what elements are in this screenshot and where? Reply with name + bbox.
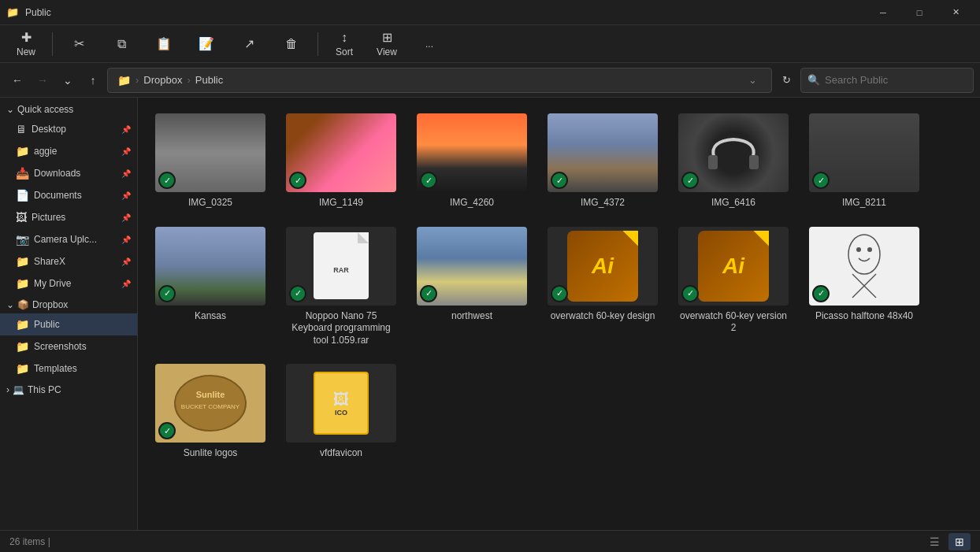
pin-aggie-icon: 📌 [121, 147, 131, 156]
maximize-button[interactable]: □ [901, 0, 937, 25]
forward-button[interactable]: → [32, 69, 54, 91]
file-name: Noppoo Nano 75 Keyboard programming tool… [286, 310, 396, 347]
address-crumb-public[interactable]: Public [195, 74, 223, 86]
file-thumbnail: RAR ✓ [286, 227, 396, 306]
file-thumbnail: ✓ [809, 113, 919, 192]
up-button[interactable]: ↑ [82, 69, 104, 91]
sidebar-screenshots-label: Screenshots [34, 341, 87, 352]
file-thumbnail: ✓ [286, 113, 396, 192]
grid-view-button[interactable]: ⊞ [948, 533, 971, 550]
sidebar-item-public[interactable]: 📁 Public [0, 313, 137, 335]
file-thumbnail: ✓ [417, 227, 527, 306]
separator-1 [52, 32, 53, 56]
sidebar-item-documents[interactable]: 📄 Documents 📌 [0, 184, 137, 206]
pictures-icon: 🖼 [16, 211, 27, 224]
sidebar-item-sharex[interactable]: 📁 ShareX 📌 [0, 250, 137, 272]
list-item[interactable]: Sunlite BUCKET COMPANY ✓ Sunlite logos [147, 358, 273, 466]
more-button[interactable]: ... [410, 28, 449, 60]
sidebar-aggie-label: aggie [34, 146, 57, 157]
window-title: Public [25, 7, 865, 18]
check-badge: ✓ [289, 172, 306, 189]
sidebar-item-aggie[interactable]: 📁 aggie 📌 [0, 140, 137, 162]
dropbox-label: Dropbox [32, 299, 68, 310]
svg-rect-1 [749, 155, 759, 169]
public-icon: 📁 [16, 318, 29, 331]
list-item[interactable]: ✓ IMG_6416 [670, 107, 796, 216]
address-input[interactable]: 📁 › Dropbox › Public ⌄ [107, 68, 772, 93]
address-sep-2: › [187, 74, 190, 86]
address-dropdown-chevron[interactable]: ⌄ [744, 74, 762, 86]
sidebar-documents-label: Documents [34, 190, 82, 201]
sidebar-item-camera[interactable]: 📷 Camera Uplc... 📌 [0, 228, 137, 250]
sunlite-graphic: Sunlite BUCKET COMPANY [163, 368, 258, 439]
window-controls: ─ □ ✕ [865, 0, 974, 25]
file-thumbnail: ✓ [417, 113, 527, 192]
sidebar-item-mydrive[interactable]: 📁 My Drive 📌 [0, 272, 137, 295]
ico-file-icon: 🖼 ICO [314, 372, 369, 435]
copy-button[interactable]: ⧉ [102, 28, 141, 60]
list-item[interactable]: ✓ IMG_8211 [801, 107, 927, 216]
file-name: Kansas [195, 310, 226, 323]
view-button[interactable]: ⊞ View [367, 28, 406, 60]
pin-desktop-icon: 📌 [121, 125, 131, 134]
check-badge: ✓ [551, 285, 568, 302]
address-crumb-dropbox[interactable]: Dropbox [143, 74, 182, 86]
svg-rect-2 [829, 231, 900, 302]
content-area: ✓ IMG_0325 ✓ IMG_1149 ✓ IMG_4260 [138, 98, 980, 530]
sidebar-item-desktop[interactable]: 🖥 Desktop 📌 [0, 118, 137, 140]
address-sep-1: › [135, 74, 139, 86]
list-view-button[interactable]: ☰ [923, 533, 945, 550]
dropbox-header[interactable]: ⌄ 📦 Dropbox [0, 296, 137, 313]
sidebar-item-templates[interactable]: 📁 Templates [0, 358, 137, 380]
list-item[interactable]: ✓ IMG_0325 [147, 107, 273, 216]
paste-button[interactable]: 📋 [144, 28, 184, 60]
copy-icon: ⧉ [117, 37, 126, 51]
toolbar: ✚ New ✂ ⧉ 📋 📝 ↗ 🗑 ↕ Sort ⊞ View ... [0, 25, 980, 63]
list-item[interactable]: 🖼 ICO vfdfavicon [278, 358, 404, 466]
share-icon: ↗ [244, 36, 254, 51]
this-pc-header[interactable]: › 💻 This PC [0, 381, 137, 398]
share-button[interactable]: ↗ [229, 28, 269, 60]
file-thumbnail: Ai ✓ [548, 227, 658, 306]
new-button[interactable]: ✚ New [6, 28, 46, 60]
file-name: IMG_1149 [319, 197, 363, 209]
refresh-button[interactable]: ↻ [775, 69, 797, 91]
minimize-button[interactable]: ─ [865, 0, 901, 25]
check-badge: ✓ [812, 172, 830, 189]
this-pc-chevron: › [6, 384, 9, 395]
back-button[interactable]: ← [6, 69, 28, 91]
list-item[interactable]: ✓ Kansas [147, 220, 273, 354]
list-item[interactable]: ✓ IMG_1149 [278, 107, 404, 216]
file-name: northwest [451, 310, 492, 323]
close-button[interactable]: ✕ [937, 0, 974, 25]
sidebar-item-pictures[interactable]: 🖼 Pictures 📌 [0, 206, 137, 228]
cut-button[interactable]: ✂ [59, 28, 98, 60]
file-name: vfdfavicon [320, 447, 362, 460]
paste-icon: 📋 [156, 36, 172, 51]
status-text: 26 items | [9, 536, 50, 547]
ai-file-icon: Ai [567, 231, 638, 302]
list-item[interactable]: Ai ✓ overwatch 60-key version 2 [670, 220, 796, 354]
this-pc-icon: 💻 [13, 384, 24, 395]
list-item[interactable]: ✓ IMG_4260 [409, 107, 535, 216]
sort-button[interactable]: ↕ Sort [325, 28, 364, 60]
delete-button[interactable]: 🗑 [272, 28, 311, 60]
list-item[interactable]: ✓ Picasso halftone 48x40 [801, 220, 927, 354]
aggie-icon: 📁 [16, 145, 29, 157]
list-item[interactable]: ✓ IMG_4372 [540, 107, 666, 216]
list-item[interactable]: Ai ✓ overwatch 60-key design [540, 220, 666, 354]
list-item[interactable]: ✓ northwest [409, 220, 535, 354]
main-layout: ⌄ Quick access 🖥 Desktop 📌 📁 aggie 📌 📥 D… [0, 98, 980, 530]
pin-downloads-icon: 📌 [121, 169, 131, 178]
sidebar-item-screenshots[interactable]: 📁 Screenshots [0, 335, 137, 358]
list-item[interactable]: RAR ✓ Noppoo Nano 75 Keyboard programmin… [278, 220, 404, 354]
quick-access-header[interactable]: ⌄ Quick access [0, 101, 137, 118]
search-box[interactable]: 🔍 [800, 68, 974, 93]
search-input[interactable] [825, 74, 967, 86]
rename-button[interactable]: 📝 [187, 28, 226, 60]
item-count: 26 items [9, 536, 45, 547]
sidebar-item-downloads[interactable]: 📥 Downloads 📌 [0, 162, 137, 184]
search-icon: 🔍 [807, 74, 820, 86]
recent-button[interactable]: ⌄ [57, 69, 79, 91]
picasso-graphic [829, 231, 900, 302]
